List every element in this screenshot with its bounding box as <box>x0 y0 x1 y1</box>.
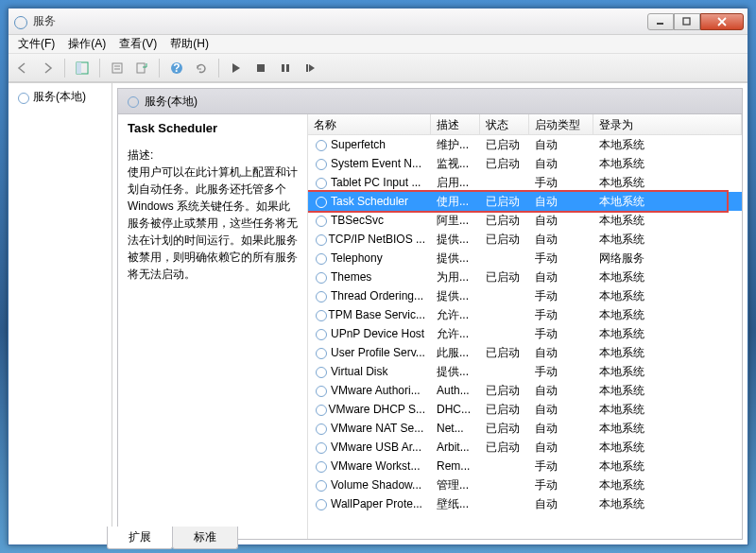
cell-startup: 手动 <box>529 324 593 344</box>
restart-button[interactable] <box>300 58 320 78</box>
cell-desc: 壁纸... <box>431 494 480 514</box>
table-row[interactable]: Telephony提供...手动网络服务 <box>308 249 742 268</box>
cell-startup: 自动 <box>529 494 593 514</box>
cell-startup: 自动 <box>529 343 593 363</box>
show-hide-tree-button[interactable] <box>72 58 93 78</box>
forward-button[interactable] <box>37 58 58 78</box>
service-detail: Task Scheduler 描述: 使用户可以在此计算机上配置和计划自动任务。… <box>118 114 307 539</box>
tab-extended[interactable]: 扩展 <box>107 527 173 549</box>
table-row[interactable]: VMware NAT Se...Net...已启动自动本地系统 <box>308 419 742 438</box>
table-row[interactable]: VMware Workst...Rem...手动本地系统 <box>308 457 742 475</box>
cell-startup: 自动 <box>529 154 593 174</box>
cell-desc: Net... <box>431 420 480 437</box>
back-button[interactable] <box>12 58 33 78</box>
cell-logon: 本地系统 <box>593 400 742 420</box>
table-row[interactable]: Tablet PC Input ...启用...手动本地系统 <box>308 173 742 192</box>
help-button[interactable]: ? <box>166 58 187 78</box>
toolbar: ? <box>9 54 747 82</box>
tab-standard[interactable]: 标准 <box>172 527 238 549</box>
table-row[interactable]: Volume Shadow...管理...手动本地系统 <box>308 475 742 494</box>
cell-name: Task Scheduler <box>331 195 408 208</box>
menu-help[interactable]: 帮助(H) <box>164 34 215 54</box>
cell-name: WallPaper Prote... <box>331 497 422 510</box>
cell-logon: 本地系统 <box>593 154 742 174</box>
list-body[interactable]: Superfetch维护...已启动自动本地系统System Event N..… <box>308 135 742 539</box>
tree-root[interactable]: 服务(本地) <box>12 87 108 107</box>
table-row[interactable]: System Event N...监视...已启动自动本地系统 <box>308 154 742 173</box>
svg-rect-6 <box>112 63 122 73</box>
cell-startup: 自动 <box>529 211 593 231</box>
table-row[interactable]: Thread Ordering...提供...手动本地系统 <box>308 286 742 305</box>
col-name[interactable]: 名称 <box>308 114 431 134</box>
cell-logon: 本地系统 <box>593 324 742 344</box>
gear-icon <box>314 251 327 265</box>
table-row[interactable]: VMware USB Ar...Arbit...已启动自动本地系统 <box>308 438 742 457</box>
col-startup[interactable]: 启动类型 <box>529 114 593 134</box>
export-button[interactable] <box>131 58 152 78</box>
detail-pane: 服务(本地) Task Scheduler 描述: 使用户可以在此计算机上配置和… <box>112 83 747 544</box>
cell-desc: 管理... <box>431 475 480 495</box>
cell-status: 已启动 <box>480 211 529 231</box>
services-icon <box>12 14 27 29</box>
cell-status: 已启动 <box>480 400 529 420</box>
cell-status <box>480 332 529 336</box>
table-row[interactable]: User Profile Serv...此服...已启动自动本地系统 <box>308 343 742 362</box>
table-row[interactable]: TCP/IP NetBIOS ...提供...已启动自动本地系统 <box>308 230 742 249</box>
cell-status <box>480 313 529 317</box>
cell-name: VMware Authori... <box>331 384 421 397</box>
table-row[interactable]: WallPaper Prote...壁纸...自动本地系统 <box>308 494 742 513</box>
table-row[interactable]: TBSecSvc阿里...已启动自动本地系统 <box>308 211 742 230</box>
table-row[interactable]: UPnP Device Host允许...手动本地系统 <box>308 324 742 343</box>
cell-startup: 手动 <box>529 173 593 193</box>
table-row[interactable]: Task Scheduler使用...已启动自动本地系统 <box>308 192 742 211</box>
cell-desc: 为用... <box>431 268 480 287</box>
table-row[interactable]: VMware DHCP S...DHC...已启动自动本地系统 <box>308 400 742 419</box>
table-row[interactable]: VMware Authori...Auth...已启动自动本地系统 <box>308 381 742 400</box>
cell-startup: 手动 <box>529 286 593 306</box>
minimize-button[interactable] <box>647 13 674 30</box>
menu-action[interactable]: 操作(A) <box>62 34 112 54</box>
cell-status <box>480 181 529 184</box>
pause-button[interactable] <box>275 58 296 78</box>
window-title: 服务 <box>33 13 647 29</box>
menu-view[interactable]: 查看(V) <box>113 34 163 54</box>
cell-desc: 此服... <box>431 343 480 363</box>
maximize-button[interactable] <box>674 13 700 30</box>
svg-rect-12 <box>257 64 265 72</box>
pane-header: 服务(本地) <box>117 88 743 114</box>
tree-pane[interactable]: 服务(本地) <box>9 83 112 544</box>
cell-logon: 本地系统 <box>593 494 742 514</box>
gear-icon <box>314 308 324 321</box>
table-row[interactable]: Superfetch维护...已启动自动本地系统 <box>308 135 742 154</box>
cell-desc: DHC... <box>431 401 480 418</box>
svg-rect-13 <box>282 64 284 72</box>
close-button[interactable] <box>700 13 744 30</box>
cell-logon: 本地系统 <box>593 135 742 155</box>
refresh-button[interactable] <box>191 58 212 78</box>
table-row[interactable]: Virtual Disk提供...手动本地系统 <box>308 362 742 381</box>
col-desc[interactable]: 描述 <box>431 114 480 134</box>
gear-icon <box>16 91 29 104</box>
cell-logon: 本地系统 <box>593 268 742 287</box>
col-logon[interactable]: 登录为 <box>593 114 742 134</box>
cell-desc: 维护... <box>431 135 480 155</box>
properties-button[interactable] <box>107 58 128 78</box>
col-status[interactable]: 状态 <box>480 114 529 134</box>
cell-startup: 手动 <box>529 475 593 495</box>
pane-header-label: 服务(本地) <box>145 94 198 110</box>
start-button[interactable] <box>226 58 247 78</box>
titlebar[interactable]: 服务 <box>9 9 747 35</box>
table-row[interactable]: TPM Base Servic...允许...手动本地系统 <box>308 305 742 324</box>
table-row[interactable]: Themes为用...已启动自动本地系统 <box>308 268 742 286</box>
cell-desc: 阿里... <box>431 211 480 231</box>
detail-desc-label: 描述: <box>128 147 298 164</box>
cell-status <box>480 483 529 487</box>
cell-status: 已启动 <box>480 154 529 174</box>
cell-desc: 监视... <box>431 154 480 174</box>
cell-status <box>480 502 529 506</box>
gear-icon <box>314 176 327 189</box>
gear-icon <box>314 214 327 227</box>
menu-file[interactable]: 文件(F) <box>12 34 60 54</box>
cell-status: 已启动 <box>480 343 529 363</box>
stop-button[interactable] <box>250 58 271 78</box>
